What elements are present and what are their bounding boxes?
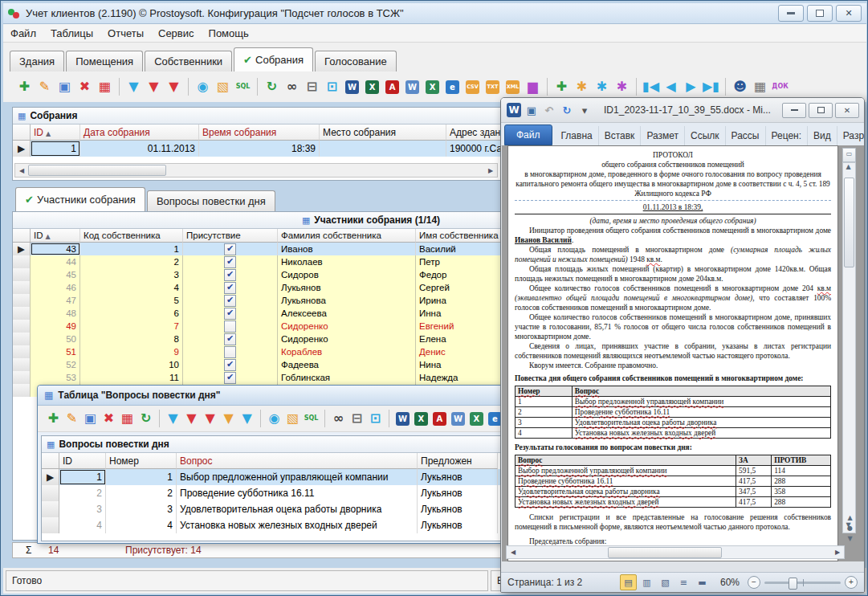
filter-save-button[interactable]: ▼ bbox=[238, 410, 255, 428]
print-button[interactable]: ⊟ bbox=[348, 410, 365, 428]
report-settings-button[interactable]: ✱ bbox=[573, 78, 591, 96]
view-fullscreen-reading-button[interactable]: ▥ bbox=[638, 574, 655, 590]
add-record-button[interactable]: ✚ bbox=[45, 410, 62, 428]
export-excel-button[interactable]: X bbox=[363, 78, 381, 96]
scroll-up-icon[interactable]: ▲ bbox=[843, 163, 854, 174]
table-settings-button[interactable]: ✱ bbox=[593, 78, 611, 96]
ribbon-tab-3[interactable]: Размет bbox=[641, 126, 685, 145]
ribbon-tab-8[interactable]: Разраб bbox=[837, 126, 865, 145]
export-pdf-button[interactable]: A bbox=[431, 410, 448, 428]
word-close-button[interactable]: ✕ bbox=[835, 103, 859, 118]
print-button[interactable]: ⊟ bbox=[303, 78, 321, 96]
export-txt-button[interactable]: TXT bbox=[483, 78, 502, 96]
export-xml-button[interactable]: XML bbox=[503, 78, 522, 96]
checkbox-checked[interactable]: ✔ bbox=[224, 256, 236, 268]
filter-delete-button[interactable]: ▼ bbox=[183, 410, 200, 428]
word-vscrollbar[interactable]: ▲ ▼ bbox=[842, 162, 856, 533]
view-settings-button[interactable]: ✱ bbox=[613, 78, 631, 96]
prev-page-button[interactable]: ▲ bbox=[847, 514, 852, 521]
chart-button[interactable]: ▆ bbox=[524, 78, 542, 96]
column-header-1[interactable]: ID▲ bbox=[31, 229, 80, 243]
column-header-2[interactable]: Номер bbox=[106, 453, 177, 469]
cell-presence[interactable]: ✔ bbox=[183, 371, 278, 384]
filter-delete-button[interactable]: ▼ bbox=[145, 78, 163, 96]
preview-button[interactable]: ⊡ bbox=[323, 78, 341, 96]
nav-first-button[interactable]: ▮◀ bbox=[642, 78, 660, 96]
view-print-layout-button[interactable]: ▤ bbox=[620, 574, 637, 590]
filter-clear-button[interactable]: ▼ bbox=[202, 410, 218, 428]
menu-item-file[interactable]: Файл bbox=[3, 25, 43, 42]
zoom-out-button[interactable]: − bbox=[748, 576, 760, 589]
checkbox-unchecked[interactable] bbox=[224, 320, 236, 333]
checkbox-checked[interactable]: ✔ bbox=[224, 359, 236, 371]
scroll-thumb[interactable] bbox=[844, 178, 854, 267]
find-button[interactable]: ∞ bbox=[330, 410, 347, 428]
menu-item-help[interactable]: Помощь bbox=[202, 25, 256, 42]
nav-prev-button[interactable]: ◀ bbox=[662, 78, 680, 96]
copy-record-button[interactable]: ▣ bbox=[55, 78, 74, 96]
column-header-1[interactable]: ID▲ bbox=[31, 125, 80, 141]
export-word-template-button[interactable]: W bbox=[450, 410, 467, 428]
cell-presence[interactable]: ✔ bbox=[183, 307, 278, 320]
preview-button[interactable]: ⊡ bbox=[367, 410, 384, 428]
ribbon-tab-7[interactable]: Вид bbox=[808, 126, 837, 145]
scroll-thumb[interactable] bbox=[28, 165, 166, 176]
delete-record-button[interactable]: ✖ bbox=[100, 410, 117, 428]
cell-presence[interactable]: ✔ bbox=[183, 268, 278, 281]
ribbon-tab-5[interactable]: Рассы bbox=[726, 126, 766, 145]
scroll-right-icon[interactable]: ▶ bbox=[484, 165, 497, 176]
table-row[interactable]: 44Установка новых железных входных двере… bbox=[42, 517, 500, 533]
cell-presence[interactable]: ✔ bbox=[183, 333, 278, 345]
cell-presence[interactable]: ✔ bbox=[183, 294, 278, 307]
ribbon-tab-2[interactable]: Вставк bbox=[599, 126, 642, 145]
checkbox-checked[interactable]: ✔ bbox=[224, 295, 236, 307]
agenda-window-titlebar[interactable]: ▦ Таблица "Вопросы повестки дня" bbox=[38, 386, 504, 406]
qat-customize-button[interactable]: ▾ bbox=[577, 102, 593, 118]
checkbox-checked[interactable]: ✔ bbox=[224, 372, 236, 384]
sql-view-button[interactable]: SQL bbox=[234, 78, 252, 96]
scroll-thumb[interactable] bbox=[608, 547, 722, 558]
export-pdf-button[interactable]: A bbox=[383, 78, 401, 96]
ribbon-tab-4[interactable]: Ссылк bbox=[685, 126, 726, 145]
add-child-record-button[interactable]: ✚ bbox=[552, 78, 571, 96]
export-word-button[interactable]: W bbox=[343, 78, 361, 96]
zoom-slider-thumb[interactable] bbox=[789, 578, 797, 590]
menu-item-tables[interactable]: Таблицы bbox=[43, 25, 100, 42]
doc-export-button[interactable]: ДОК bbox=[771, 78, 789, 96]
scroll-left-icon[interactable]: ◀ bbox=[507, 547, 520, 558]
export-excel-template-button[interactable]: X bbox=[468, 410, 485, 428]
menu-item-reports[interactable]: Отчеты bbox=[100, 25, 151, 42]
nav-next-button[interactable]: ▶ bbox=[682, 78, 700, 96]
scroll-right-icon[interactable]: ▶ bbox=[831, 547, 844, 558]
next-page-button[interactable]: ▼ bbox=[847, 535, 852, 542]
filter-view-button[interactable]: ◉ bbox=[194, 78, 212, 96]
word-page[interactable]: ПРОТОКОЛобщего собрания собственников по… bbox=[507, 145, 838, 561]
checkbox-unchecked[interactable] bbox=[224, 346, 236, 358]
checkbox-checked[interactable]: ✔ bbox=[224, 269, 236, 281]
view-outline-button[interactable]: ≡ bbox=[675, 574, 692, 590]
export-csv-button[interactable]: CSV bbox=[463, 78, 482, 96]
sql-view-button[interactable]: SQL bbox=[303, 410, 320, 428]
delete-table-record-button[interactable]: ▦ bbox=[96, 78, 114, 96]
checkbox-checked[interactable]: ✔ bbox=[224, 333, 236, 345]
select-browse-object-button[interactable]: ● bbox=[847, 525, 853, 532]
column-header-3[interactable]: Присутствие bbox=[183, 229, 278, 243]
column-header-3[interactable]: Вопрос bbox=[177, 453, 418, 469]
meetings-hscrollbar[interactable]: ◀ ▶ bbox=[14, 163, 498, 178]
tab-meetings[interactable]: ✔Собрания bbox=[234, 47, 313, 71]
word-page-indicator[interactable]: Страница: 1 из 2 bbox=[507, 577, 582, 588]
filter-clear-button[interactable]: ▼ bbox=[165, 78, 183, 96]
tab-premises[interactable]: Помещения bbox=[66, 51, 143, 71]
ribbon-tab-1[interactable]: Главна bbox=[556, 126, 599, 145]
redo-button[interactable]: ↻ bbox=[559, 102, 575, 118]
cell-presence[interactable]: ✔ bbox=[183, 358, 278, 371]
minimize-button[interactable] bbox=[778, 5, 804, 22]
find-button[interactable]: ∞ bbox=[283, 78, 301, 96]
copy-record-button[interactable]: ▣ bbox=[82, 410, 99, 428]
column-header-4[interactable]: Фамилия собственника bbox=[278, 229, 416, 243]
zoom-in-button[interactable]: + bbox=[845, 576, 858, 589]
column-header-4[interactable]: Место собрания bbox=[320, 125, 446, 141]
subtab-participants[interactable]: ✔Участники собрания bbox=[15, 187, 145, 211]
filter-view-button[interactable]: ◉ bbox=[266, 410, 283, 428]
close-button[interactable]: ✕ bbox=[836, 5, 862, 22]
